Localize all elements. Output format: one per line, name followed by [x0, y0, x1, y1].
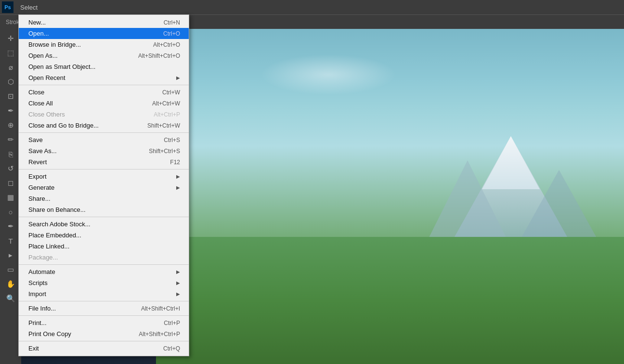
tool-pen[interactable]: ✒	[4, 220, 17, 233]
menu-item-exit[interactable]: ExitCtrl+Q	[19, 343, 189, 354]
menu-item-export[interactable]: Export▶	[19, 171, 189, 182]
menu-item-close_goto_bridge[interactable]: Close and Go to Bridge...Shift+Ctrl+W	[19, 120, 189, 131]
menu-item-label-share_behance: Share on Behance...	[28, 206, 86, 213]
menu-item-save[interactable]: SaveCtrl+S	[19, 134, 189, 145]
file-dropdown-menu: New...Ctrl+NOpen...Ctrl+OBrowse in Bridg…	[18, 14, 189, 356]
tool-lasso[interactable]: ⌀	[4, 61, 17, 74]
tool-clone[interactable]: ⎘	[4, 147, 17, 161]
menu-separator-sep2	[19, 132, 189, 133]
menu-shortcut-close_all: Alt+Ctrl+W	[152, 100, 180, 107]
menu-separator-sep8	[19, 341, 189, 341]
menu-arrow-import: ▶	[176, 291, 180, 297]
menu-arrow-automate: ▶	[176, 269, 180, 274]
menu-item-label-save: Save	[28, 136, 43, 143]
clouds	[232, 46, 425, 104]
menu-item-place_linked[interactable]: Place Linked...	[19, 241, 189, 252]
menu-item-print_one_copy[interactable]: Print One CopyAlt+Shift+Ctrl+P	[19, 328, 189, 339]
menu-item-label-import: Import	[28, 290, 46, 298]
menu-item-browse_bridge[interactable]: Browse in Bridge...Alt+Ctrl+O	[19, 39, 189, 50]
menu-item-label-open_recent: Open Recent	[28, 74, 65, 81]
menu-item-label-export: Export	[28, 173, 47, 180]
tool-hand[interactable]: ✋	[4, 277, 17, 291]
menu-item-label-open: Open...	[28, 30, 49, 37]
tool-gradient[interactable]: ▦	[4, 191, 17, 204]
menu-item-label-open_as: Open As...	[28, 52, 58, 59]
menu-separator-sep5	[19, 264, 189, 265]
menu-separator-sep1	[19, 85, 189, 85]
tool-marquee[interactable]: ⬚	[4, 46, 17, 60]
tool-history[interactable]: ↺	[4, 162, 17, 175]
menu-item-label-close_others: Close Others	[28, 111, 65, 118]
menu-item-label-automate: Automate	[28, 268, 55, 275]
tool-path-select[interactable]: ▸	[4, 248, 17, 262]
menu-item-label-place_embedded: Place Embedded...	[28, 232, 81, 239]
tool-dodge[interactable]: ○	[4, 205, 17, 219]
menu-separator-sep6	[19, 301, 189, 301]
menu-shortcut-print_one_copy: Alt+Shift+Ctrl+P	[139, 331, 180, 338]
menu-item-label-scripts: Scripts	[28, 279, 48, 286]
menu-item-share[interactable]: Share...	[19, 193, 189, 204]
menu-shortcut-save_as: Shift+Ctrl+S	[149, 148, 180, 155]
menu-item-import[interactable]: Import▶	[19, 288, 189, 299]
menu-item-open_smart[interactable]: Open as Smart Object...	[19, 61, 189, 72]
menu-item-print[interactable]: Print...Ctrl+P	[19, 317, 189, 328]
menu-shortcut-print: Ctrl+P	[164, 320, 180, 326]
menu-arrow-scripts: ▶	[176, 280, 180, 286]
menu-item-label-search_stock: Search Adobe Stock...	[28, 221, 91, 228]
menu-separator-sep3	[19, 169, 189, 169]
menu-item-place_embedded[interactable]: Place Embedded...	[19, 230, 189, 241]
menu-item-label-revert: Revert	[28, 158, 47, 166]
menu-arrow-open_recent: ▶	[176, 75, 180, 80]
ps-logo: Ps	[2, 1, 13, 13]
menu-shortcut-close_goto_bridge: Shift+Ctrl+W	[147, 122, 180, 129]
svg-marker-1	[482, 136, 540, 189]
menu-item-label-print: Print...	[28, 319, 47, 326]
menu-shortcut-open: Ctrl+O	[163, 30, 180, 37]
menu-item-revert[interactable]: RevertF12	[19, 156, 189, 168]
tool-move[interactable]: ✛	[4, 32, 17, 45]
menu-item-label-browse_bridge: Browse in Bridge...	[28, 41, 81, 48]
tool-brush[interactable]: ✏	[4, 133, 17, 146]
tool-text[interactable]: T	[4, 234, 17, 247]
menu-item-open_recent[interactable]: Open Recent▶	[19, 72, 189, 83]
tool-healing[interactable]: ⊕	[4, 118, 17, 132]
tool-crop[interactable]: ⊡	[4, 90, 17, 103]
menu-separator-sep4	[19, 217, 189, 217]
menu-shortcut-new: Ctrl+N	[164, 19, 180, 26]
menu-item-label-share: Share...	[28, 195, 51, 202]
menu-item-new[interactable]: New...Ctrl+N	[19, 17, 189, 28]
menu-shortcut-revert: F12	[170, 159, 180, 166]
menu-item-save_as[interactable]: Save As...Shift+Ctrl+S	[19, 145, 189, 156]
menu-item-close_all[interactable]: Close AllAlt+Ctrl+W	[19, 98, 189, 109]
tool-zoom[interactable]: 🔍	[4, 292, 17, 305]
menu-item-share_behance[interactable]: Share on Behance...	[19, 204, 189, 215]
menu-item-label-close: Close	[28, 89, 44, 96]
menu-item-open[interactable]: Open...Ctrl+O	[19, 28, 189, 39]
menu-item-scripts[interactable]: Scripts▶	[19, 277, 189, 288]
tool-eyedropper[interactable]: ✒	[4, 104, 17, 117]
menubar-item-select[interactable]: Select	[16, 2, 46, 13]
menu-item-label-place_linked: Place Linked...	[28, 243, 69, 250]
menu-arrow-generate: ▶	[176, 185, 180, 190]
tool-shape[interactable]: ▭	[4, 263, 17, 276]
menu-bar: Ps FileEditImageLayerTypeSelectFilter3DV…	[0, 0, 624, 14]
menu-item-generate[interactable]: Generate▶	[19, 182, 189, 193]
tool-eraser[interactable]: ◻	[4, 176, 17, 190]
tool-quick-select[interactable]: ⬡	[4, 75, 17, 89]
menu-shortcut-close: Ctrl+W	[162, 89, 180, 96]
menu-item-label-close_goto_bridge: Close and Go to Bridge...	[28, 122, 99, 129]
menu-item-label-exit: Exit	[28, 345, 39, 352]
menu-separator-sep7	[19, 315, 189, 316]
green-fields	[156, 237, 624, 364]
menu-item-file_info[interactable]: File Info...Alt+Shift+Ctrl+I	[19, 303, 189, 314]
menu-shortcut-open_as: Alt+Shift+Ctrl+O	[138, 52, 180, 59]
menu-item-open_as[interactable]: Open As...Alt+Shift+Ctrl+O	[19, 50, 189, 61]
menu-item-search_stock[interactable]: Search Adobe Stock...	[19, 219, 189, 230]
menu-item-close[interactable]: CloseCtrl+W	[19, 87, 189, 98]
menu-shortcut-browse_bridge: Alt+Ctrl+O	[153, 41, 180, 48]
menu-item-label-generate: Generate	[28, 184, 54, 191]
menu-item-label-file_info: File Info...	[28, 305, 56, 312]
menu-item-automate[interactable]: Automate▶	[19, 266, 189, 277]
menu-item-package: Package...	[19, 252, 189, 263]
menu-item-label-print_one_copy: Print One Copy	[28, 330, 71, 338]
